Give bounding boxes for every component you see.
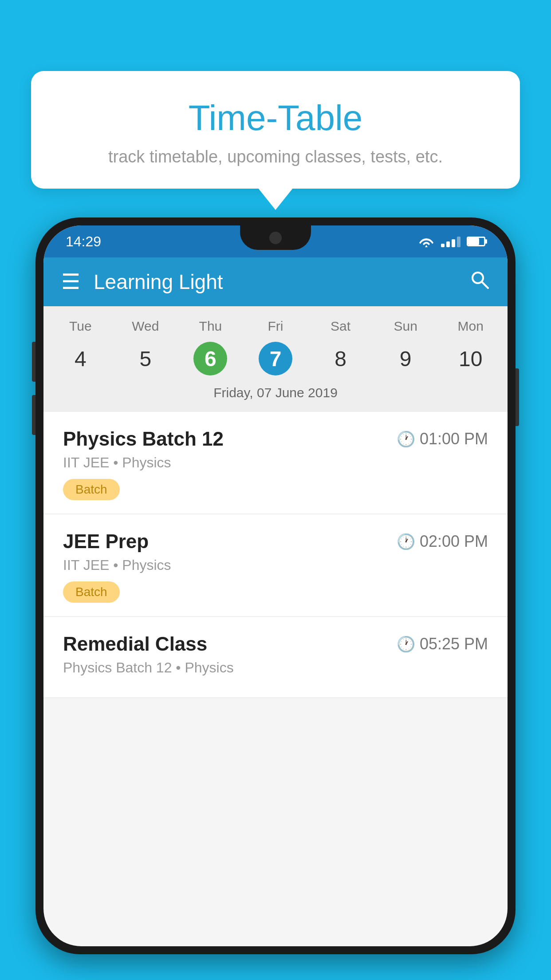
- clock-icon: 🕐: [397, 635, 415, 653]
- phone-screen: 14:29: [43, 225, 508, 946]
- day-number[interactable]: 10: [438, 337, 503, 380]
- day-label: Mon: [438, 315, 503, 337]
- schedule-item-sub: IIT JEE • Physics: [63, 557, 488, 573]
- day-label: Wed: [113, 315, 178, 337]
- day-number[interactable]: 8: [308, 337, 373, 380]
- schedule-item-title: Remedial Class: [63, 633, 207, 655]
- schedule-item-time: 🕐 02:00 PM: [397, 532, 488, 551]
- batch-tag: Batch: [63, 479, 120, 500]
- day-label: Tue: [48, 315, 113, 337]
- search-icon[interactable]: [469, 269, 490, 295]
- day-label: Thu: [178, 315, 243, 337]
- schedule-item[interactable]: Remedial Class 🕐 05:25 PM Physics Batch …: [43, 617, 508, 698]
- day-label: Sun: [373, 315, 438, 337]
- status-time: 14:29: [66, 233, 101, 250]
- day-number[interactable]: 9: [373, 337, 438, 380]
- time-label: 05:25 PM: [420, 635, 488, 653]
- day-labels: TueWedThuFriSatSunMon: [43, 315, 508, 337]
- schedule-item-header: Remedial Class 🕐 05:25 PM: [63, 633, 488, 655]
- day-label: Sat: [308, 315, 373, 337]
- schedule-item[interactable]: JEE Prep 🕐 02:00 PM IIT JEE • Physics Ba…: [43, 514, 508, 617]
- day-number[interactable]: 4: [48, 337, 113, 380]
- calendar-strip: TueWedThuFriSatSunMon 45678910 Friday, 0…: [43, 306, 508, 412]
- schedule-item-title: Physics Batch 12: [63, 428, 224, 450]
- tooltip-card: Time-Table track timetable, upcoming cla…: [31, 71, 520, 189]
- schedule-list: Physics Batch 12 🕐 01:00 PM IIT JEE • Ph…: [43, 412, 508, 698]
- wifi-icon: [418, 235, 435, 248]
- schedule-item-time: 🕐 01:00 PM: [397, 430, 488, 448]
- selected-date-label: Friday, 07 June 2019: [43, 380, 508, 407]
- front-camera: [269, 232, 282, 244]
- time-label: 01:00 PM: [420, 430, 488, 448]
- phone-outer: 14:29: [35, 217, 516, 954]
- menu-icon[interactable]: ☰: [61, 271, 80, 292]
- schedule-item-header: JEE Prep 🕐 02:00 PM: [63, 530, 488, 553]
- schedule-item-sub: IIT JEE • Physics: [63, 454, 488, 471]
- tooltip-subtitle: track timetable, upcoming classes, tests…: [67, 147, 484, 166]
- power-button: [516, 368, 519, 426]
- day-number[interactable]: 6: [178, 337, 243, 380]
- app-title: Learning Light: [94, 270, 469, 294]
- status-icons: [418, 235, 485, 248]
- volume-up-button: [32, 342, 35, 382]
- schedule-item-header: Physics Batch 12 🕐 01:00 PM: [63, 428, 488, 450]
- day-number[interactable]: 5: [113, 337, 178, 380]
- battery-icon: [467, 237, 485, 246]
- signal-icon: [441, 236, 460, 247]
- clock-icon: 🕐: [397, 430, 415, 448]
- svg-line-1: [482, 282, 488, 288]
- volume-down-button: [32, 395, 35, 435]
- day-label: Fri: [243, 315, 308, 337]
- app-bar: ☰ Learning Light: [43, 257, 508, 306]
- batch-tag: Batch: [63, 581, 120, 603]
- phone-notch: [240, 225, 311, 250]
- phone-wrapper: 14:29: [35, 217, 516, 980]
- time-label: 02:00 PM: [420, 532, 488, 551]
- schedule-item-time: 🕐 05:25 PM: [397, 635, 488, 653]
- tooltip-title: Time-Table: [67, 98, 484, 138]
- clock-icon: 🕐: [397, 533, 415, 550]
- day-numbers: 45678910: [43, 337, 508, 380]
- schedule-item[interactable]: Physics Batch 12 🕐 01:00 PM IIT JEE • Ph…: [43, 412, 508, 514]
- day-number[interactable]: 7: [243, 337, 308, 380]
- schedule-item-sub: Physics Batch 12 • Physics: [63, 660, 488, 676]
- schedule-item-title: JEE Prep: [63, 530, 149, 553]
